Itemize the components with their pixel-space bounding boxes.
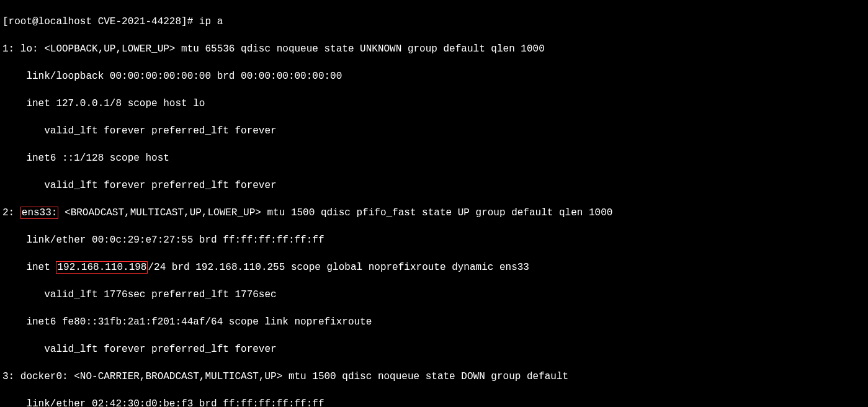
iface-docker0-link: link/ether 02:42:30:d0:be:f3 brd ff:ff:f… (2, 397, 866, 407)
iface-ens33-valid2: valid_lft forever preferred_lft forever (2, 342, 866, 356)
command-text: ip a (199, 16, 223, 27)
iface-ens33-link: link/ether 00:0c:29:e7:27:55 brd ff:ff:f… (2, 233, 866, 247)
terminal-output[interactable]: [root@localhost CVE-2021-44228]# ip a 1:… (0, 0, 868, 407)
iface-ens33-valid1: valid_lft 1776sec preferred_lft 1776sec (2, 288, 866, 302)
iface-lo-inet: inet 127.0.0.1/8 scope host lo (2, 97, 866, 110)
iface-lo-valid1: valid_lft forever preferred_lft forever (2, 124, 866, 138)
iface-lo-link: link/loopback 00:00:00:00:00:00 brd 00:0… (2, 69, 866, 83)
highlight-ip-address: 192.168.110.198 (56, 261, 148, 274)
iface-ens33-inet: inet 192.168.110.198/24 brd 192.168.110.… (2, 261, 866, 274)
iface-docker0-header: 3: docker0: <NO-CARRIER,BROADCAST,MULTIC… (2, 370, 866, 383)
command-line: [root@localhost CVE-2021-44228]# ip a (2, 15, 866, 29)
iface-lo-valid2: valid_lft forever preferred_lft forever (2, 179, 866, 192)
iface-lo-inet6: inet6 ::1/128 scope host (2, 151, 866, 165)
iface-ens33-header: 2: ens33: <BROADCAST,MULTICAST,UP,LOWER_… (2, 206, 866, 220)
iface-lo-header: 1: lo: <LOOPBACK,UP,LOWER_UP> mtu 65536 … (2, 42, 866, 56)
iface-ens33-inet6: inet6 fe80::31fb:2a1:f201:44af/64 scope … (2, 315, 866, 329)
highlight-iface-name: ens33: (20, 207, 59, 219)
shell-prompt: [root@localhost CVE-2021-44228]# (2, 16, 199, 27)
